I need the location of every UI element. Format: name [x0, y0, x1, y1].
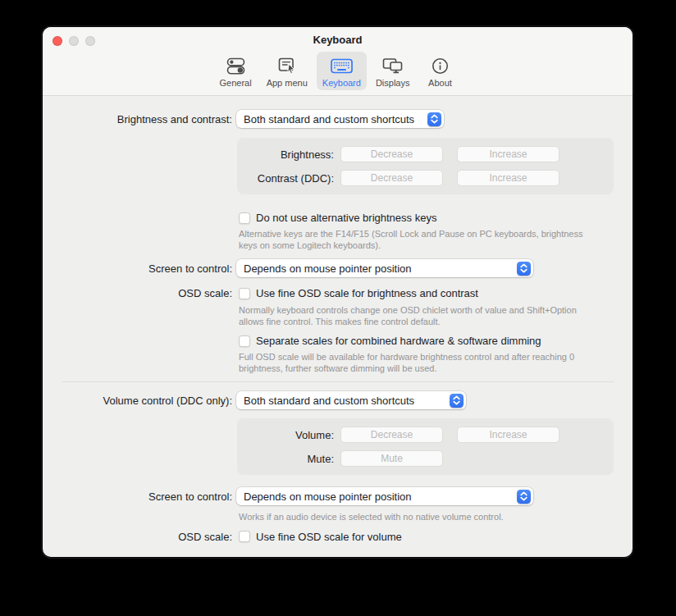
volume-increase-button[interactable]: Increase [457, 427, 560, 443]
alt-brightness-keys-checkbox[interactable]: Do not use alternative brightness keys [239, 212, 436, 224]
volume-row-label: Volume: [237, 429, 334, 441]
tab-about-label: About [428, 78, 452, 88]
contrast-decrease-button[interactable]: Decrease [340, 170, 443, 186]
volume-mode-dropdown[interactable]: Both standard and custom shortcuts [236, 391, 466, 409]
volume-mode-row: Volume control (DDC only): Both standard… [43, 391, 633, 409]
volume-decrease-button[interactable]: Decrease [340, 427, 443, 443]
volume-osd-scale-row: OSD scale: Use fine OSD scale for volume [43, 531, 633, 543]
tab-app-menu[interactable]: App menu [261, 52, 313, 90]
brightness-increase-button[interactable]: Increase [457, 146, 560, 162]
volume-screen-dropdown[interactable]: Depends on mouse pointer position [236, 487, 533, 505]
brightness-row-label: Brightness: [237, 148, 334, 161]
preferences-window: Keyboard General [43, 27, 633, 557]
brightness-mode-dropdown[interactable]: Both standard and custom shortcuts [236, 110, 444, 128]
volume-screen-value: Depends on mouse pointer position [244, 491, 412, 503]
info-icon [430, 55, 450, 77]
titlebar: Keyboard [43, 27, 633, 50]
chevron-up-down-icon [450, 394, 464, 408]
window-title: Keyboard [43, 34, 633, 46]
toggles-icon [225, 55, 247, 77]
keyboard-icon [329, 55, 354, 77]
tab-keyboard[interactable]: Keyboard [317, 52, 367, 90]
mute-button[interactable]: Mute [340, 450, 443, 467]
app-menu-icon [276, 55, 298, 77]
volume-shortcuts-panel: Volume: Decrease Increase Mute: Mute [237, 418, 614, 475]
tab-app-menu-label: App menu [267, 78, 308, 88]
checkbox-icon[interactable] [239, 531, 250, 542]
fine-osd-volume-label: Use fine OSD scale for volume [256, 531, 402, 543]
alt-brightness-keys-label: Do not use alternative brightness keys [256, 212, 436, 224]
tab-displays-label: Displays [376, 78, 410, 88]
section-divider [62, 381, 614, 382]
checkbox-icon[interactable] [239, 212, 250, 224]
brightness-shortcut-row: Brightness: Decrease Increase [237, 146, 614, 162]
contrast-shortcut-row: Contrast (DDC): Decrease Increase [237, 170, 614, 186]
fine-osd-brightness-help: Normally keyboard controls change one OS… [239, 305, 597, 327]
separate-scales-help: Full OSD scale will be available for har… [239, 352, 597, 374]
tab-keyboard-label: Keyboard [322, 78, 361, 88]
volume-mode-value: Both standard and custom shortcuts [244, 395, 414, 407]
mute-row-label: Mute: [237, 453, 334, 465]
checkbox-icon[interactable] [239, 288, 250, 299]
tab-general-label: General [220, 78, 252, 88]
volume-osd-scale-label: OSD scale: [43, 531, 232, 543]
volume-shortcut-row: Volume: Decrease Increase [237, 427, 614, 443]
keyboard-pane: Brightness and contrast: Both standard a… [43, 96, 633, 543]
brightness-mode-row: Brightness and contrast: Both standard a… [43, 110, 633, 128]
toolbar: General App menu [43, 50, 633, 90]
brightness-screen-value: Depends on mouse pointer position [244, 262, 412, 275]
volume-screen-label: Screen to control: [43, 491, 232, 503]
separate-scales-checkbox[interactable]: Separate scales for combined hardware & … [239, 335, 541, 347]
mute-shortcut-row: Mute: Mute [237, 450, 614, 467]
chevron-up-down-icon [517, 262, 531, 276]
chevron-up-down-icon [517, 490, 531, 504]
window-chrome: Keyboard General [43, 27, 633, 96]
contrast-row-label: Contrast (DDC): [237, 172, 334, 185]
volume-screen-row: Screen to control: Depends on mouse poin… [43, 487, 633, 505]
brightness-mode-value: Both standard and custom shortcuts [244, 113, 414, 125]
brightness-decrease-button[interactable]: Decrease [340, 146, 443, 162]
brightness-mode-label: Brightness and contrast: [43, 113, 232, 125]
tab-general[interactable]: General [214, 52, 258, 90]
brightness-screen-row: Screen to control: Depends on mouse poin… [43, 259, 633, 277]
alt-brightness-keys-help: Alternative keys are the F14/F15 (Scroll… [239, 229, 597, 251]
checkbox-icon[interactable] [239, 335, 250, 347]
volume-mode-label: Volume control (DDC only): [43, 395, 232, 407]
volume-screen-help: Works if an audio device is selected wit… [239, 512, 597, 523]
alt-brightness-keys-row: Do not use alternative brightness keys [239, 212, 633, 224]
brightness-osd-scale-row: OSD scale: Use fine OSD scale for bright… [43, 287, 633, 299]
fine-osd-volume-checkbox[interactable]: Use fine OSD scale for volume [239, 531, 402, 543]
fine-osd-brightness-checkbox[interactable]: Use fine OSD scale for brightness and co… [239, 287, 478, 299]
brightness-shortcuts-panel: Brightness: Decrease Increase Contrast (… [237, 138, 614, 194]
chevron-up-down-icon [427, 112, 441, 126]
separate-scales-label: Separate scales for combined hardware & … [256, 335, 541, 347]
displays-icon [380, 55, 405, 77]
contrast-increase-button[interactable]: Increase [457, 170, 560, 186]
brightness-osd-scale-label: OSD scale: [43, 287, 232, 299]
tab-displays[interactable]: Displays [370, 52, 416, 90]
separate-scales-row: Separate scales for combined hardware & … [239, 335, 633, 347]
brightness-screen-dropdown[interactable]: Depends on mouse pointer position [236, 259, 533, 277]
fine-osd-brightness-label: Use fine OSD scale for brightness and co… [256, 287, 478, 299]
tab-about[interactable]: About [418, 52, 461, 90]
brightness-screen-label: Screen to control: [43, 262, 232, 275]
